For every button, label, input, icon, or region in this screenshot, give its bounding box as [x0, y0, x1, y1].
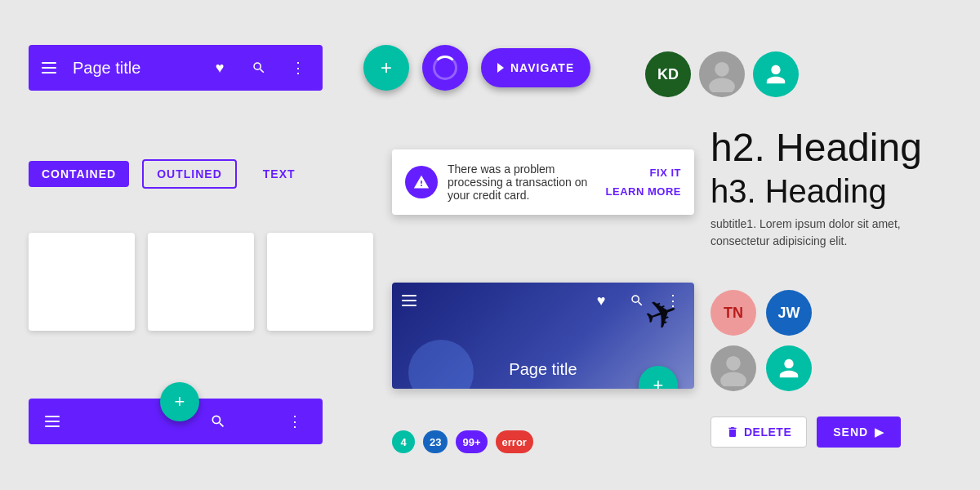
avatar-person[interactable]	[753, 51, 799, 97]
image-app-bar: ✈ ♥ ⋮ Page title +	[392, 283, 694, 389]
snackbar-fix-action[interactable]: FIX IT	[650, 167, 681, 179]
app-bar: Page title ♥ ⋮	[29, 45, 323, 91]
heart-icon[interactable]: ♥	[208, 56, 231, 79]
fab-bottom[interactable]: +	[160, 382, 199, 421]
more-icon[interactable]: ⋮	[287, 56, 310, 79]
nav-arrow-icon	[497, 63, 504, 73]
action-buttons: DELETE SEND ▶	[710, 416, 901, 448]
send-label: SEND	[833, 425, 868, 439]
card-3[interactable]	[267, 233, 373, 331]
bottom-search-icon[interactable]	[207, 410, 229, 433]
avatar-person-2[interactable]	[766, 345, 812, 391]
bottom-menu-icon[interactable]	[45, 416, 60, 427]
text-button[interactable]: TEXT	[250, 161, 309, 187]
image-bar-heart-icon[interactable]: ♥	[590, 289, 612, 312]
badges-row: 4 23 99+ error	[392, 430, 533, 453]
contained-button[interactable]: CONTAINED	[29, 161, 129, 187]
avatar-kd[interactable]: KD	[645, 51, 691, 97]
avatar-photo-2[interactable]	[710, 345, 756, 391]
svg-point-3	[720, 372, 746, 386]
app-bar-title: Page title	[73, 59, 192, 78]
send-button[interactable]: SEND ▶	[817, 416, 901, 448]
card-1[interactable]	[29, 233, 135, 331]
send-arrow-icon: ▶	[875, 425, 884, 439]
image-bar-menu-icon[interactable]	[402, 295, 416, 306]
avatar-grid: TN JW	[710, 290, 812, 391]
typography-section: h2. Heading h3. Heading subtitle1. Lorem…	[710, 127, 939, 250]
snackbar-icon	[405, 166, 438, 198]
snackbar-actions: FIX IT LEARN MORE	[606, 167, 681, 198]
fab-add[interactable]: +	[363, 45, 409, 91]
h3-heading: h3. Heading	[710, 173, 939, 209]
svg-point-0	[715, 62, 729, 77]
menu-icon[interactable]	[42, 62, 56, 74]
snackbar-message: There was a problem processing a transac…	[448, 163, 596, 202]
badge-23: 23	[423, 430, 448, 453]
spinner	[433, 56, 457, 80]
fab-navigate[interactable]: NAVIGATE	[481, 48, 590, 87]
subtitle1-text: subtitle1. Lorem ipsum dolor sit amet, c…	[710, 216, 939, 250]
badge-99plus: 99+	[456, 430, 487, 453]
svg-point-2	[726, 356, 741, 371]
avatar-jw[interactable]: JW	[766, 290, 812, 336]
image-bar-more-icon[interactable]: ⋮	[662, 289, 684, 312]
image-bar-top: ♥ ⋮	[392, 283, 694, 318]
outlined-button[interactable]: OUTLINED	[142, 159, 237, 189]
bottom-more-icon[interactable]: ⋮	[283, 410, 306, 433]
badge-error: error	[496, 430, 533, 453]
delete-label: DELETE	[744, 425, 791, 439]
fab-navigate-label: NAVIGATE	[510, 61, 574, 74]
badge-4: 4	[392, 430, 415, 453]
svg-point-1	[709, 78, 735, 92]
image-bar-search-icon[interactable]	[626, 289, 648, 312]
search-icon[interactable]	[247, 56, 270, 79]
top-avatar-row: KD	[645, 51, 799, 97]
buttons-row: CONTAINED OUTLINED TEXT	[29, 159, 309, 189]
delete-button[interactable]: DELETE	[710, 416, 807, 448]
fab-loading	[422, 45, 468, 91]
snackbar-learn-action[interactable]: LEARN MORE	[606, 185, 681, 198]
avatar-tn[interactable]: TN	[710, 290, 756, 336]
card-2[interactable]	[148, 233, 254, 331]
snackbar: There was a problem processing a transac…	[392, 149, 694, 215]
fab-area: + NAVIGATE	[363, 45, 590, 91]
h2-heading: h2. Heading	[710, 127, 939, 170]
cards-row	[29, 233, 373, 331]
avatar-photo[interactable]	[699, 51, 745, 97]
